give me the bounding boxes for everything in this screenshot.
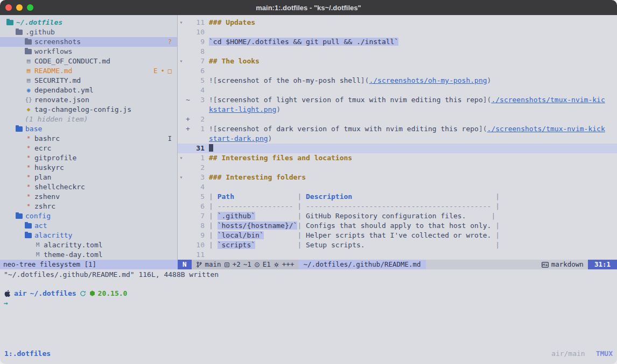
folder-icon [16,126,23,132]
tree-item-dependabot-yml[interactable]: ◉dependabot.yml [0,85,177,95]
tree-item-gitprofile[interactable]: *gitprofile [0,153,177,163]
editor-line[interactable]: 5| Path | Description | [178,192,617,202]
editor-line[interactable]: +1![screenshot of dark version of tmux w… [178,124,617,134]
close-button[interactable] [5,4,12,11]
tree-item-security-md[interactable]: ▤SECURITY.md [0,76,177,85]
tree-item-bashrc[interactable]: *bashrcI [0,134,177,144]
tree-item-screenshots[interactable]: screenshots? [0,37,177,47]
editor-line[interactable]: 10| `scripts` | Setup scripts. | [178,240,617,250]
editor-line[interactable]: start-dark.png) [178,134,617,144]
tree-item-base[interactable]: base [0,124,177,134]
tree-item-dotfiles[interactable]: ~/.dotfiles [0,18,177,27]
fold-column [178,231,185,240]
line-text: ### Interesting folders [205,173,306,182]
editor-buffer[interactable]: ▾11### Updates109`cd $HOME/.dotfiles && … [178,15,617,260]
git-segment: main +2 ~1 E1 +++ [192,260,299,269]
text-segment: ) [276,105,281,113]
current-file-path: ~/.dotfiles/.github/README.md [298,260,425,269]
tree-item-huskyrc[interactable]: *huskyrc [0,163,177,173]
editor-line[interactable]: +2 [178,115,617,124]
editor-line[interactable]: ▾7## The looks [178,56,617,66]
text-segment: ]( [483,96,492,104]
tmux-session-name: air/main [551,349,585,359]
tree-item-renovate-json[interactable]: {}renovate.json [0,95,177,105]
tree-item-alacritty[interactable]: alacritty [0,231,177,240]
shell-pane[interactable]: air ~/.dotfiles 20.15.0 → 1:.dotfiles ai… [0,280,617,364]
tree-item-label: ~/.dotfiles [16,18,62,27]
editor-line[interactable]: 9`cd $HOME/.dotfiles && git pull && ./in… [178,37,617,47]
text-segment: | [209,231,218,239]
tree-item-badges: E•□ [153,66,177,76]
prompt-path: ~/.dotfiles [30,289,76,298]
tree-item-readme-md[interactable]: ▤README.mdE•□ [0,66,177,76]
tree-item-label: SECURITY.md [34,76,81,85]
fold-indicator: ▾ [178,18,185,27]
editor-line[interactable]: ▾11### Updates [178,18,617,27]
text-segment: ----------------------------------------… [306,202,491,210]
sign-column [185,221,191,231]
tree-item-zshenv[interactable]: *zshenv [0,192,177,202]
cursor-line[interactable]: 31 [178,144,617,153]
tree-item-alacritty-toml[interactable]: Malacritty.toml [0,240,177,250]
fold-column [178,95,185,105]
editor-line[interactable]: ▾1## Interesting files and locations [178,153,617,163]
text-segment: screenshot of the oh-my-posh shell [218,76,361,84]
editor-line[interactable]: 6| ------------------ | ----------------… [178,202,617,211]
sign-column [185,192,191,202]
text-segment: | [491,202,500,210]
node-icon [89,290,95,297]
editor-line[interactable]: ~3![screenshot of light version of tmux … [178,95,617,105]
markdown-link[interactable]: ./screenshots/oh-my-posh.png [369,76,487,84]
editor-line[interactable]: 2 [178,163,617,173]
dependabot-icon: ◉ [25,85,32,95]
editor-line[interactable]: 8| `hosts/{hostname}/`| Configs that sho… [178,221,617,231]
apple-icon [4,290,11,297]
tree-item-act[interactable]: act [0,221,177,231]
fullscreen-button[interactable] [27,4,33,11]
git-branch-name: main [205,260,221,269]
text-segment: | [495,241,500,249]
text-segment: GitHub Repository configuration files. [306,212,491,220]
tree-item-code-of-conduct-md[interactable]: ▤CODE_OF_CONDUCT.md [0,56,177,66]
tree-item-tag-changelog-config-js[interactable]: ◆tag-changelog-config.js [0,105,177,115]
prompt-host: air [14,289,26,298]
minimize-button[interactable] [16,4,23,11]
markdown-link[interactable]: ./screenshots/tmux-nvim-kic [491,96,605,104]
toml-file-icon: M [34,240,41,250]
editor-line[interactable]: 9| `local/bin` | Helper scripts that I'v… [178,231,617,240]
tree-item-theme-day-toml[interactable]: Mtheme-day.toml [0,250,177,260]
editor-line[interactable]: 8 [178,47,617,56]
editor-line[interactable]: 10 [178,27,617,37]
shell-file-icon: * [25,163,32,173]
editor-line[interactable]: 4 [178,85,617,95]
tree-item-ecrc[interactable]: *ecrc [0,144,177,153]
shell-file-icon: * [25,173,32,182]
tree-item-shellcheckrc[interactable]: *shellcheckrc [0,182,177,192]
editor-line[interactable]: kstart-light.png) [178,105,617,115]
filetype-label: markdown [551,260,584,269]
editor-line[interactable]: 5![screenshot of the oh-my-posh shell](.… [178,76,617,85]
tmux-window-item[interactable]: 1:.dotfiles [4,349,51,359]
neotree-statusline: neo-tree filesystem [1] [0,260,178,269]
editor-line[interactable]: 6 [178,66,617,76]
fold-column [178,250,185,260]
editor-line[interactable]: 4 [178,182,617,192]
tree-item-workflows[interactable]: workflows [0,47,177,56]
line-number: 11 [191,18,205,27]
tree-item-config[interactable]: config [0,211,177,221]
fold-column [178,192,185,202]
tree-item-plan[interactable]: *plan [0,173,177,182]
markdown-link[interactable]: start-dark.png [209,134,268,142]
tree-item-github[interactable]: .github [0,27,177,37]
editor-line[interactable]: 11 [178,250,617,260]
markdown-link[interactable]: ./screenshots/tmux-nvim-kick [487,125,605,133]
markdown-link[interactable]: kstart-light.png [209,105,276,113]
editor-line[interactable]: 7| `.github` | GitHub Repository configu… [178,211,617,221]
statusline: neo-tree filesystem [1] N main +2 ~1 E1 … [0,260,617,269]
gear-icon [274,262,279,268]
tree-item-zshrc[interactable]: *zshrc [0,202,177,211]
sign-column [185,250,191,260]
tree-item-1-hidden-item[interactable]: (1 hidden item) [0,115,177,124]
line-number: 7 [191,56,205,66]
editor-line[interactable]: ▾3### Interesting folders [178,173,617,182]
